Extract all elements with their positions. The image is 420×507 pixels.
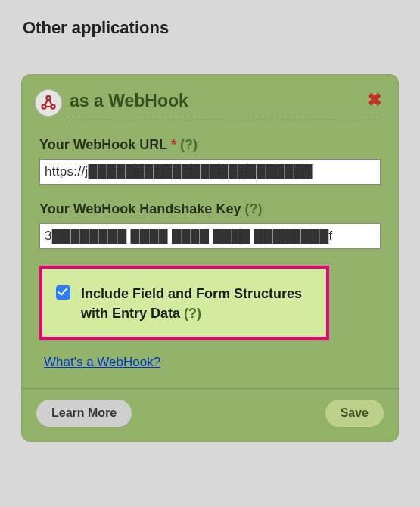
whats-a-webhook-link[interactable]: What's a WebHook?	[44, 355, 160, 370]
include-checkbox[interactable]	[56, 285, 70, 300]
close-icon[interactable]: ✖	[367, 91, 382, 109]
card-title: as a WebHook	[70, 91, 188, 110]
url-label-row: Your WebHook URL * (?)	[39, 137, 381, 153]
save-button[interactable]: Save	[325, 400, 384, 427]
card-body: Your WebHook URL * (?) Your WebHook Hand…	[21, 122, 399, 388]
include-help-icon[interactable]: (?)	[184, 306, 201, 321]
key-label: Your WebHook Handshake Key	[39, 201, 241, 216]
learn-more-button[interactable]: Learn More	[36, 400, 132, 427]
url-required: *	[171, 137, 176, 152]
page-heading: Other applications	[0, 0, 420, 38]
webhook-icon	[35, 89, 62, 117]
url-input[interactable]	[39, 159, 381, 185]
card-footer: Learn More Save	[21, 388, 399, 442]
key-input[interactable]	[39, 223, 381, 249]
key-help-icon[interactable]: (?)	[244, 201, 262, 216]
include-structures-highlight: Include Field and Form Structures with E…	[39, 266, 329, 340]
card-title-wrap: as a WebHook	[70, 88, 384, 117]
webhook-card: as a WebHook ✖ Your WebHook URL * (?) Yo…	[21, 74, 399, 442]
url-help-icon[interactable]: (?)	[180, 137, 198, 152]
card-header: as a WebHook ✖	[21, 74, 399, 122]
include-label: Include Field and Form Structures with E…	[81, 284, 313, 323]
url-label: Your WebHook URL	[39, 137, 167, 152]
key-label-row: Your WebHook Handshake Key (?)	[39, 201, 381, 217]
